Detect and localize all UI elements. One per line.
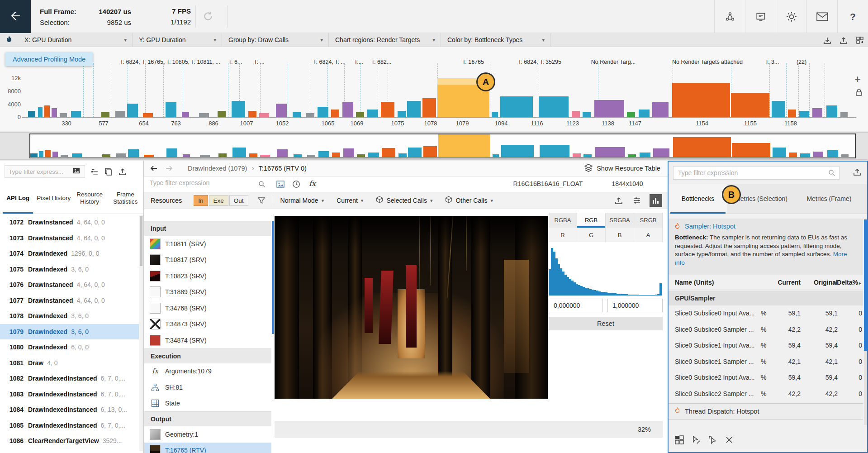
column-current[interactable]: Current xyxy=(773,279,801,286)
history-clock-icon[interactable] xyxy=(292,180,300,190)
draw-call-bar[interactable] xyxy=(539,96,569,117)
draw-call-bar[interactable] xyxy=(652,102,669,117)
resource-item[interactable]: T:10823 (SRV) xyxy=(144,268,271,284)
deselect-cursor-icon[interactable] xyxy=(691,435,701,445)
image-filter-icon[interactable] xyxy=(73,167,80,176)
api-log-filter-input[interactable] xyxy=(9,168,73,175)
other-calls-dropdown[interactable]: Other Calls▾ xyxy=(445,196,493,205)
draw-call-bar[interactable] xyxy=(342,102,353,117)
fx-icon[interactable]: fx xyxy=(309,179,316,188)
refresh-icon[interactable] xyxy=(202,10,214,24)
api-log-row[interactable]: 1086ClearRenderTargetView3529... xyxy=(0,433,139,449)
tutorials-icon[interactable] xyxy=(745,0,776,33)
draw-call-bar[interactable] xyxy=(407,101,421,117)
thread-dispatch-section[interactable]: Thread Dispatch: Hotspot xyxy=(669,403,863,420)
tab-frame-statistics[interactable]: Frame Statistics xyxy=(108,182,143,214)
toggle-exe[interactable]: Exe xyxy=(209,195,228,206)
clear-icon[interactable] xyxy=(725,435,734,444)
draw-call-bar[interactable] xyxy=(232,101,245,117)
draw-call-bar[interactable] xyxy=(38,107,43,117)
component-tab-b[interactable]: B xyxy=(606,228,634,242)
toolbar-dropdown[interactable]: Y: GPU Duration▾ xyxy=(133,33,222,47)
draw-call-bar[interactable] xyxy=(594,100,624,117)
channel-tab-srgb[interactable]: SRGB xyxy=(634,213,663,228)
draw-call-bar[interactable] xyxy=(218,111,226,117)
draw-call-bar[interactable] xyxy=(788,110,796,117)
metric-row[interactable]: Slice0 Subslice2 Input Ava...%59,459,40 xyxy=(669,370,863,386)
export-table-icon[interactable] xyxy=(855,36,864,45)
draw-call-bar[interactable] xyxy=(639,110,650,117)
filter-funnel-icon[interactable] xyxy=(257,196,266,205)
quad-view-icon[interactable] xyxy=(674,435,684,445)
draw-call-bar[interactable] xyxy=(356,112,364,117)
resource-item[interactable]: SH:81 xyxy=(144,379,271,396)
resource-item[interactable]: Geometry:1 xyxy=(144,426,271,443)
scrollbar-thumb[interactable] xyxy=(140,216,142,266)
current-dropdown[interactable]: Current▾ xyxy=(337,197,363,204)
api-log-row[interactable]: 1080DrawIndexed6, 0, 0 xyxy=(0,339,139,355)
toolbar-dropdown[interactable]: X: GPU Duration▾ xyxy=(18,33,133,47)
draw-call-bar[interactable] xyxy=(318,107,328,117)
toolbar-dropdown[interactable]: Group by: Draw Calls▾ xyxy=(222,33,329,47)
draw-call-bar[interactable] xyxy=(199,113,209,117)
metric-row[interactable]: Slice0 Subslice2 Sampler ...%42,242,20 xyxy=(669,386,863,402)
draw-call-bar[interactable] xyxy=(572,111,580,117)
metrics-scrollbar[interactable] xyxy=(864,219,867,425)
export-metrics-icon[interactable] xyxy=(853,167,862,178)
resource-item[interactable]: T:10811 (SRV) xyxy=(144,236,271,252)
channel-tab-rgba[interactable]: RGBA xyxy=(549,213,577,228)
back-button[interactable] xyxy=(0,0,31,33)
metric-row[interactable]: Slice0 Subslice0 Sampler ...%42,242,20 xyxy=(669,322,863,338)
draw-call-bar[interactable] xyxy=(583,112,591,117)
select-cursor-icon[interactable] xyxy=(708,435,718,445)
experiments-icon[interactable] xyxy=(714,0,745,33)
draw-call-bar[interactable] xyxy=(492,112,498,117)
draw-call-bar[interactable] xyxy=(826,105,837,117)
image-view-icon[interactable] xyxy=(276,181,285,190)
draw-call-bar[interactable] xyxy=(71,111,81,117)
draw-call-bar[interactable] xyxy=(367,110,378,117)
metrics-filter[interactable] xyxy=(673,166,840,180)
tree-view-icon[interactable] xyxy=(90,167,99,176)
tab-api-log[interactable]: API Log xyxy=(0,182,36,214)
api-log-row[interactable]: 1079DrawIndexed3, 6, 0 xyxy=(0,324,139,340)
draw-call-bar[interactable] xyxy=(276,104,287,117)
resource-item[interactable]: T:34874 (SRV) xyxy=(144,332,271,348)
selected-calls-dropdown[interactable]: Selected Calls▾ xyxy=(376,196,432,205)
draw-call-bar[interactable] xyxy=(422,98,436,117)
nav-back-icon[interactable] xyxy=(150,165,158,172)
draw-call-bar[interactable] xyxy=(331,110,339,117)
toolbar-dropdown[interactable]: Color by: Bottleneck Types▾ xyxy=(441,33,550,47)
show-resource-table-button[interactable]: Show Resource Table xyxy=(584,164,660,173)
resource-filter-input[interactable] xyxy=(150,179,254,186)
api-log-row[interactable]: 1076DrawInstanced4, 64, 0, 0 xyxy=(0,277,139,293)
draw-call-bar[interactable] xyxy=(60,113,67,117)
metrics-group-header[interactable]: GPU/Sampler xyxy=(669,291,863,305)
draw-call-bar[interactable] xyxy=(182,112,189,117)
toolbar-dropdown[interactable]: Chart regions: Render Targets▾ xyxy=(329,33,441,47)
draw-call-bar[interactable] xyxy=(381,102,394,117)
hotspot-title[interactable]: Sampler: Hotspot xyxy=(685,223,735,230)
resource-item[interactable]: T:31889 (SRV) xyxy=(144,284,271,300)
import-tray-icon[interactable] xyxy=(823,36,832,45)
draw-call-bar[interactable] xyxy=(127,104,138,117)
toggle-out[interactable]: Out xyxy=(229,195,248,206)
tab-resource-history[interactable]: Resource History xyxy=(72,182,108,214)
zoom-in-button[interactable]: + xyxy=(852,73,863,85)
api-log-filter[interactable] xyxy=(5,165,85,178)
column-delta[interactable]: ◂Delta%▸ xyxy=(830,279,862,286)
tab-bottlenecks[interactable]: Bottlenecks xyxy=(669,184,727,214)
metric-row[interactable]: Slice0 Subslice1 Input Ava...%59,459,40 xyxy=(669,338,863,354)
tab-pixel-history[interactable]: Pixel History xyxy=(36,182,71,214)
overview-selection[interactable] xyxy=(29,134,856,158)
lock-icon[interactable] xyxy=(855,88,863,99)
draw-call-bar[interactable] xyxy=(306,113,314,117)
toggle-in[interactable]: In xyxy=(194,195,208,206)
resource-item[interactable]: State xyxy=(144,396,271,412)
api-log-scrollbar[interactable] xyxy=(139,215,143,451)
draw-call-bar[interactable] xyxy=(248,111,256,117)
resource-item[interactable]: fxArguments:1079 xyxy=(144,363,271,380)
histogram-toggle-button[interactable] xyxy=(650,194,662,207)
draw-call-bar[interactable] xyxy=(672,83,730,117)
draw-call-bar[interactable] xyxy=(143,113,153,117)
